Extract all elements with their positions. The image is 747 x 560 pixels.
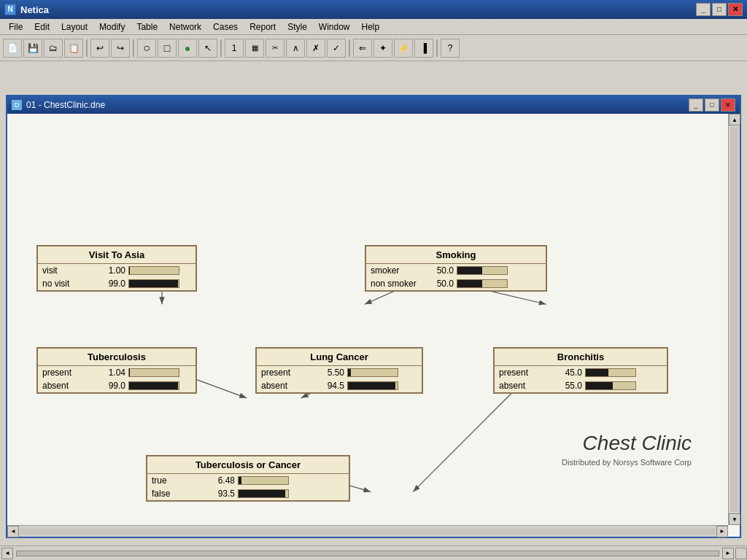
value: 1.00 [100, 265, 125, 276]
inner-minimize-button[interactable]: _ [689, 98, 703, 112]
scroll-up-button[interactable]: ▲ [729, 114, 740, 125]
menu-report[interactable]: Report [244, 20, 282, 34]
bar [128, 381, 179, 390]
label: present [42, 368, 97, 378]
bar-fill [586, 369, 608, 376]
vertical-scrollbar[interactable]: ▲ ▼ [728, 114, 740, 525]
node-bronchitis-title: Bronchitis [495, 349, 667, 366]
undo-button[interactable]: ↩ [90, 39, 109, 58]
bar [585, 368, 636, 377]
menu-file[interactable]: File [3, 20, 28, 34]
menu-layout[interactable]: Layout [55, 20, 93, 34]
open-button[interactable]: 🗂 [44, 39, 63, 58]
node-tb-or-cancer[interactable]: Tuberculosis or Cancer true 6.48 false 9… [146, 455, 350, 502]
node-bronchitis[interactable]: Bronchitis present 45.0 absent 55.0 [493, 347, 668, 394]
scroll-right-button[interactable]: ► [716, 526, 728, 537]
one-button[interactable]: 1 [225, 39, 244, 58]
rect-tool[interactable]: □ [158, 39, 177, 58]
bar-fill [457, 267, 482, 274]
scroll-down-button[interactable]: ▼ [729, 513, 740, 525]
window-controls: _ □ ✕ [696, 3, 743, 16]
horizontal-scrollbar[interactable]: ◄ ► [7, 525, 728, 537]
arch-button[interactable]: ∧ [286, 39, 305, 58]
inner-maximize-button[interactable]: □ [705, 98, 719, 112]
label: present [261, 368, 316, 378]
inner-close-button[interactable]: ✕ [721, 98, 735, 112]
value: 1.04 [100, 368, 125, 378]
status-bar: ◄ ► [0, 545, 747, 560]
new-button[interactable]: 📄 [3, 39, 22, 58]
save-button[interactable]: 💾 [23, 39, 42, 58]
menu-modify[interactable]: Modify [93, 20, 131, 34]
cut-button[interactable]: ✂ [266, 39, 285, 58]
bar [457, 266, 508, 275]
node-row: present 1.04 [38, 366, 196, 379]
maximize-button[interactable]: □ [712, 3, 727, 16]
bar-fill [348, 382, 395, 389]
bar-fill [129, 382, 178, 389]
table-button[interactable]: ▦ [245, 39, 264, 58]
chest-clinic-title: Chest Clinic [562, 432, 692, 455]
bar [585, 381, 636, 390]
bar [128, 266, 179, 275]
menu-cases[interactable]: Cases [207, 20, 244, 34]
help-button[interactable]: ? [441, 39, 460, 58]
value: 50.0 [428, 279, 454, 289]
menu-network[interactable]: Network [163, 20, 207, 34]
node-tuberculosis[interactable]: Tuberculosis present 1.04 absent 99.0 [36, 347, 197, 394]
separator-3 [220, 39, 222, 57]
minimize-button[interactable]: _ [696, 3, 711, 16]
check-button[interactable]: ✓ [327, 39, 346, 58]
value: 45.0 [557, 368, 582, 378]
menu-window[interactable]: Window [313, 20, 356, 34]
bar-fill [348, 369, 351, 376]
stop-button[interactable]: ▐ [414, 39, 433, 58]
node-row: present 45.0 [495, 366, 667, 379]
node-row: no visit 99.0 [38, 277, 196, 290]
select-tool[interactable]: ↖ [198, 39, 217, 58]
app-icon: N [4, 4, 16, 15]
node-visit-to-asia[interactable]: Visit To Asia visit 1.00 no visit 99.0 [36, 245, 197, 292]
separator-1 [86, 39, 88, 57]
cross-button[interactable]: ✗ [306, 39, 325, 58]
bar [347, 381, 398, 390]
redo-button[interactable]: ↪ [111, 39, 130, 58]
scroll-left-button[interactable]: ◄ [7, 526, 19, 537]
value: 94.5 [319, 381, 344, 391]
app-title: Netica [20, 4, 49, 15]
status-corner[interactable] [735, 548, 747, 559]
value: 99.0 [100, 381, 125, 391]
label: absent [261, 381, 316, 391]
bar [457, 279, 508, 288]
status-left-arrow[interactable]: ◄ [1, 548, 13, 559]
separator-5 [436, 39, 438, 57]
node-row: absent 55.0 [495, 379, 667, 392]
arrow-left-button[interactable]: ⇐ [353, 39, 372, 58]
inner-title-bar: D 01 - ChestClinic.dne _ □ ✕ [7, 96, 740, 114]
svg-line-4 [189, 377, 247, 398]
lightning-button[interactable]: ⚡ [394, 39, 413, 58]
inner-window-title: 01 - ChestClinic.dne [26, 100, 105, 110]
copy-button[interactable]: 📋 [64, 39, 83, 58]
menu-style[interactable]: Style [282, 20, 313, 34]
menu-table[interactable]: Table [131, 20, 163, 34]
node-smoking[interactable]: Smoking smoker 50.0 non smoker 50.0 [365, 245, 547, 292]
oval-tool[interactable]: ○ [137, 39, 156, 58]
menu-edit[interactable]: Edit [28, 20, 55, 34]
value: 93.5 [209, 489, 235, 499]
toolbar: 📄 💾 🗂 📋 ↩ ↪ ○ □ ● ↖ 1 ▦ ✂ ∧ ✗ ✓ ⇐ ✦ ⚡ ▐ … [0, 35, 747, 61]
close-button[interactable]: ✕ [728, 3, 743, 16]
circle-tool[interactable]: ● [178, 39, 197, 58]
label: smoker [371, 265, 425, 276]
label: false [152, 489, 206, 499]
node-lung-cancer[interactable]: Lung Cancer present 5.50 absent 94.5 [255, 347, 423, 394]
status-slider[interactable] [16, 551, 719, 556]
bar-fill [457, 280, 482, 287]
status-right-arrow[interactable]: ► [722, 548, 734, 559]
menu-help[interactable]: Help [356, 20, 386, 34]
star-button[interactable]: ✦ [374, 39, 392, 58]
separator-2 [133, 39, 134, 57]
bar-fill [129, 280, 178, 287]
node-row: visit 1.00 [38, 264, 196, 277]
node-row: absent 94.5 [257, 379, 422, 392]
